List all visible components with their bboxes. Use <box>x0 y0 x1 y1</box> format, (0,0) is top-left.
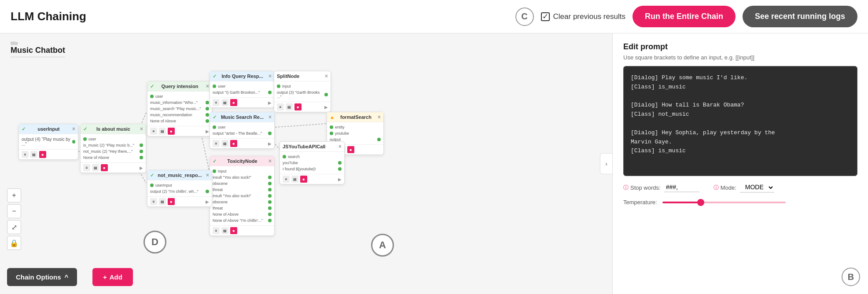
add-label: Add <box>110 273 122 281</box>
fit-btn[interactable]: ⤢ <box>7 220 21 234</box>
logs-button[interactable]: See recent running logs <box>743 6 857 27</box>
info-query-resp-header: ✓ Info Query Resp... × <box>210 71 274 81</box>
temperature-label: Temperature: <box>623 199 657 206</box>
temperature-slider[interactable] <box>662 202 786 203</box>
canvas-controls: + − ⤢ 🔒 <box>7 188 21 250</box>
d-badge: D <box>143 231 166 254</box>
clear-button[interactable]: ✓ Clear previous results <box>541 12 625 21</box>
user-input-label: userInput <box>37 126 59 132</box>
add-button[interactable]: + Add <box>92 268 133 286</box>
js-youtube-label: JSYouTubeAPICall <box>283 144 325 149</box>
prompt-editor[interactable] <box>623 66 857 176</box>
expand-panel-arrow[interactable]: › <box>600 153 612 174</box>
canvas-title-main: Music Chatbot <box>11 46 65 57</box>
toxicity-header: ✓ ToxicityNode × <box>210 156 274 166</box>
a-badge: A <box>371 234 394 257</box>
panel-hint: Use square brackets to define an input, … <box>623 54 857 61</box>
mode-label: ⓘ Mode: <box>714 184 736 191</box>
params-row: ⓘ Stop words: ⓘ Mode: MODE <box>623 182 857 193</box>
panel-bottom: ⓘ Stop words: ⓘ Mode: MODE Temperatur <box>623 182 857 206</box>
chain-options-button[interactable]: Chain Options ^ <box>7 268 77 286</box>
canvas-title-sub: title <box>11 40 65 46</box>
clear-label: Clear previous results <box>553 12 625 21</box>
query-intension-header: ✓ Query intension × <box>147 81 212 92</box>
mode-group: ⓘ Mode: MODE <box>714 182 774 193</box>
right-panel: Edit prompt Use square brackets to defin… <box>613 33 868 294</box>
temperature-row: Temperature: <box>623 199 857 206</box>
split-node[interactable]: SplitNode × input output (3) "Garth Broo… <box>274 71 331 112</box>
user-input-node[interactable]: ✓ userInput × output (4) "Play music by … <box>18 124 78 160</box>
toxicity-node[interactable]: ✓ ToxicityNode × input insult "You also … <box>210 156 275 236</box>
info-icon-stop: ⓘ <box>623 184 629 191</box>
zoom-in-btn[interactable]: + <box>7 188 21 202</box>
not-music-resp-label: not_music_respo... <box>158 173 202 178</box>
canvas[interactable]: title Music Chatbot ✓ userInput × output… <box>0 33 613 294</box>
is-about-music-close[interactable]: × <box>140 126 143 132</box>
footer-icon2[interactable]: ▤ <box>30 151 37 158</box>
user-input-output: output (4) "Play music by ..." <box>22 136 75 147</box>
query-intension-body: user music_information "Who..." music_se… <box>147 92 212 126</box>
add-icon: + <box>103 273 107 281</box>
header: LLM Chaining C ✓ Clear previous results … <box>0 0 868 33</box>
main-area: title Music Chatbot ✓ userInput × output… <box>0 33 868 294</box>
music-search-header: ✓ Music Search Re... × <box>210 112 274 122</box>
footer-red[interactable]: ■ <box>101 164 108 171</box>
query-intension-label: Query intension <box>162 84 199 89</box>
music-search-label: Music Search Re... <box>221 114 264 120</box>
music-search-re-node[interactable]: ✓ Music Search Re... × user output "arti… <box>210 112 275 149</box>
output-dot <box>72 140 75 143</box>
is-about-music-footer: ≡ ▤ ■ ▶ <box>81 162 146 173</box>
run-button[interactable]: Run the Entire Chain <box>633 6 736 27</box>
query-intension-close[interactable]: × <box>206 83 209 89</box>
is-about-music-node[interactable]: ✓ Is about music × user is_music (2) "Pl… <box>80 124 146 173</box>
user-input-close[interactable]: × <box>72 126 75 132</box>
format-search-label: formatSearch <box>340 114 371 120</box>
user-input-body: output (4) "Play music by ..." <box>19 134 78 149</box>
info-query-resp-node[interactable]: ✓ Info Query Resp... × user output "I) G… <box>210 71 275 108</box>
is-about-music-body: user is_music (2) "Play music b..." not_… <box>81 134 146 162</box>
canvas-title: title Music Chatbot <box>11 40 65 57</box>
query-intension-footer: ≡ ▤ ■ ▶ <box>147 126 212 136</box>
stop-words-input[interactable] <box>664 183 699 192</box>
not-music-resp-node[interactable]: ✓ not_music_respo... × userInput output … <box>147 170 212 207</box>
footer-icon1[interactable]: ≡ <box>83 164 90 171</box>
lock-btn[interactable]: 🔒 <box>7 236 21 250</box>
info-query-label: Info Query Resp... <box>221 74 263 79</box>
c-badge: C <box>515 7 534 26</box>
is-about-music-label: Is about music <box>96 126 130 132</box>
footer-red[interactable]: ■ <box>39 151 46 158</box>
footer-icon1[interactable]: ≡ <box>22 151 29 158</box>
is-about-music-header: ✓ Is about music × <box>81 124 146 134</box>
js-youtube-header: JSYouTubeAPICall × <box>280 142 344 152</box>
chevron-up-icon: ^ <box>65 273 69 281</box>
footer-icon2[interactable]: ▤ <box>92 164 99 171</box>
b-badge: B <box>842 268 860 286</box>
format-search-header: ▲ formatSearch × <box>327 112 383 122</box>
split-node-header: SplitNode × <box>274 71 331 81</box>
panel-title: Edit prompt <box>623 42 857 51</box>
query-intension-node[interactable]: ✓ Query intension × user music_informati… <box>147 81 212 136</box>
clear-checkbox[interactable]: ✓ <box>541 12 550 21</box>
chain-options-label: Chain Options <box>16 273 61 281</box>
app-title: LLM Chaining <box>11 10 508 23</box>
mode-select[interactable]: MODE <box>740 182 774 193</box>
js-youtube-node[interactable]: JSYouTubeAPICall × search youTube I foun… <box>280 141 345 184</box>
stop-words-group: ⓘ Stop words: <box>623 183 699 192</box>
stop-words-label: ⓘ Stop words: <box>623 184 661 191</box>
split-label: SplitNode <box>277 74 299 79</box>
zoom-out-btn[interactable]: − <box>7 204 21 218</box>
toxicity-label: ToxicityNode <box>227 158 257 164</box>
user-input-footer: ≡ ▤ ■ <box>19 149 78 159</box>
user-input-header: ✓ userInput × <box>19 124 78 134</box>
not-music-resp-header: ✓ not_music_respo... × <box>147 170 212 180</box>
info-icon-mode: ⓘ <box>714 184 719 191</box>
